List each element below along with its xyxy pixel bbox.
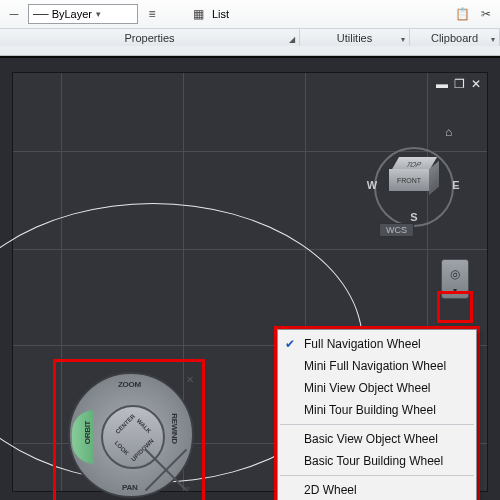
panel-expand-icon[interactable]: ▾ (401, 35, 405, 44)
wheel-zoom[interactable]: ZOOM (118, 380, 141, 389)
menu-item-2d[interactable]: 2D Wheel (278, 479, 476, 500)
viewcube[interactable]: ⌂ W E S TOP FRONT WCS (369, 119, 459, 229)
panel-properties-label: Properties (124, 32, 174, 44)
menu-item-full-nav[interactable]: ✔ Full Navigation Wheel (278, 333, 476, 355)
menu-item-basic-view[interactable]: Basic View Object Wheel (278, 428, 476, 450)
ribbon: ─ ── ByLayer▾ ≡ ▦ List 📋 ✂ Properties ◢ … (0, 0, 500, 56)
menu-item-mini-tour[interactable]: Mini Tour Building Wheel (278, 399, 476, 421)
menu-item-label: Mini Full Navigation Wheel (304, 359, 446, 373)
ribbon-row-controls: ─ ── ByLayer▾ ≡ ▦ List 📋 ✂ (0, 0, 500, 28)
clip-icon[interactable]: ✂ (476, 4, 496, 24)
panel-clipboard-label: Clipboard (431, 32, 478, 44)
menu-separator (280, 475, 474, 476)
ribbon-panels: Properties ◢ Utilities ▾ Clipboard ▾ (0, 28, 500, 46)
model-viewport[interactable]: ▬ ❐ ✕ ⌂ W E S TOP FRONT (0, 56, 500, 500)
panel-utilities-label: Utilities (337, 32, 372, 44)
cube-front[interactable]: FRONT (389, 169, 429, 191)
wheel-orbit[interactable]: ORBIT (83, 421, 92, 444)
panel-properties[interactable]: Properties ◢ (0, 29, 300, 46)
steering-wheel[interactable]: ZOOM ORBIT REWIND PAN CENTER WALK LOOK U… (68, 372, 194, 498)
panel-expand-icon[interactable]: ▾ (491, 35, 495, 44)
list-icon[interactable]: ▦ (188, 4, 208, 24)
menu-item-mini-view[interactable]: Mini View Object Wheel (278, 377, 476, 399)
dir-east[interactable]: E (449, 179, 463, 191)
home-icon[interactable]: ⌂ (445, 125, 459, 139)
cube[interactable]: TOP FRONT (389, 157, 439, 199)
panel-expand-icon[interactable]: ◢ (289, 35, 295, 44)
panel-clipboard[interactable]: Clipboard ▾ (410, 29, 500, 46)
lineweight-icon[interactable]: ≡ (142, 4, 162, 24)
wheel-inner[interactable]: CENTER WALK LOOK UP/DOWN (101, 405, 165, 469)
menu-item-label: 2D Wheel (304, 483, 357, 497)
wheel-context-menu: ✔ Full Navigation Wheel Mini Full Naviga… (277, 329, 477, 500)
dir-west[interactable]: W (365, 179, 379, 191)
wheel-look[interactable]: LOOK (113, 440, 130, 457)
wheel-walk[interactable]: WALK (136, 418, 153, 435)
menu-separator (280, 424, 474, 425)
wheel-center[interactable]: CENTER (114, 413, 136, 435)
wcs-label[interactable]: WCS (379, 223, 414, 237)
paste-icon[interactable]: 📋 (452, 4, 472, 24)
menu-item-basic-tour[interactable]: Basic Tour Building Wheel (278, 450, 476, 472)
dir-south[interactable]: S (407, 211, 421, 223)
menu-item-label: Basic View Object Wheel (304, 432, 438, 446)
panel-utilities[interactable]: Utilities ▾ (300, 29, 410, 46)
linetype-icon[interactable]: ─ (4, 4, 24, 24)
layer-combo[interactable]: ── ByLayer▾ (28, 4, 138, 24)
annotation-highlight (437, 291, 473, 323)
wheel-close-icon[interactable]: ✕ (186, 374, 194, 385)
check-icon: ✔ (285, 337, 295, 351)
drawing-area[interactable]: ▬ ❐ ✕ ⌂ W E S TOP FRONT (12, 72, 488, 492)
list-label: List (212, 8, 229, 20)
menu-item-label: Full Navigation Wheel (304, 337, 421, 351)
menu-item-label: Mini View Object Wheel (304, 381, 431, 395)
steering-wheel-icon[interactable]: ◎ (444, 263, 466, 285)
layer-combo-text: ByLayer (52, 8, 92, 20)
annotation-highlight-wheel: ZOOM ORBIT REWIND PAN CENTER WALK LOOK U… (53, 359, 205, 500)
menu-item-label: Mini Tour Building Wheel (304, 403, 436, 417)
menu-item-label: Basic Tour Building Wheel (304, 454, 443, 468)
menu-item-mini-full[interactable]: Mini Full Navigation Wheel (278, 355, 476, 377)
wheel-dropdown-icon[interactable]: ▾ (185, 483, 190, 494)
